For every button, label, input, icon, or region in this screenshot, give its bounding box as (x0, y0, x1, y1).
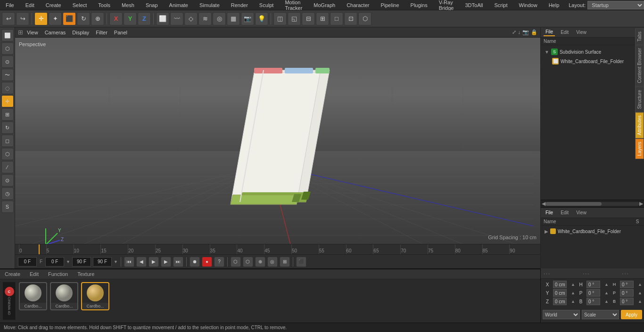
menu-plugins[interactable]: Plugins (409, 1, 429, 9)
viewport-3d[interactable]: Z Y X (15, 38, 540, 244)
scroll-right-arrow[interactable]: ▶ (639, 201, 643, 207)
y-axis-button[interactable]: Y (124, 12, 137, 25)
coord-x-input[interactable] (553, 281, 567, 288)
frame-start-input[interactable] (18, 257, 37, 267)
paint-btn[interactable]: ◷ (1, 187, 14, 200)
select-circle-btn[interactable]: ⊙ (1, 56, 14, 68)
frame-end1-input[interactable] (72, 257, 91, 267)
menu-sculpt[interactable]: Sculpt (257, 1, 276, 9)
scroll-thumb[interactable] (545, 202, 602, 206)
object-item-folder[interactable]: ⬜ White_Cardboard_File_Folder (543, 57, 642, 66)
rotate-btn[interactable]: ↻ (1, 121, 14, 134)
view6-button[interactable]: ⊡ (344, 12, 357, 25)
expand-arrow-1[interactable]: ▼ (545, 49, 549, 55)
attr-item-folder[interactable]: ▶ White_Cardboard_File_Folder (543, 227, 642, 235)
view2-button[interactable]: ◱ (288, 12, 301, 25)
vp-icon-down[interactable]: ↓ (518, 29, 521, 35)
prev-frame-button[interactable]: ◀ (136, 257, 147, 267)
bp-tab-function[interactable]: Function (46, 270, 70, 278)
world-select[interactable]: World (543, 310, 580, 319)
undo-button[interactable]: ↩ (2, 12, 15, 25)
menu-help[interactable]: Help (547, 1, 561, 9)
schematic-button[interactable]: ⬛ (296, 257, 306, 267)
coord-sy-arrow[interactable]: ▲ (635, 291, 642, 295)
bp-tab-edit[interactable]: Edit (28, 270, 41, 278)
menu-mograph[interactable]: MoGraph (312, 1, 337, 9)
vtab-tabs[interactable]: Tabs (635, 28, 644, 45)
help-button[interactable]: ? (214, 257, 224, 267)
next-frame-button[interactable]: ▶ (161, 257, 171, 267)
vp-icon-camera[interactable]: 📷 (522, 29, 529, 35)
frame-current-input[interactable] (45, 257, 64, 267)
coord-h-arrow[interactable]: ▲ (601, 282, 609, 287)
scroll-left-arrow[interactable]: ◀ (542, 201, 545, 207)
vp-menu-filter[interactable]: Filter (93, 29, 110, 36)
coord-x-arrow[interactable]: ▲ (568, 282, 575, 287)
z-axis-button[interactable]: Z (138, 12, 151, 25)
transform-tool-button[interactable]: ⊕ (91, 12, 104, 25)
menu-script[interactable]: Script (492, 1, 509, 9)
timeline-playhead[interactable] (39, 244, 40, 254)
material-ball-1[interactable]: Cardbo... (19, 282, 47, 310)
menu-select[interactable]: Select (71, 1, 89, 9)
vtab-layers[interactable]: Layers (635, 138, 644, 159)
menu-render[interactable]: Render (229, 1, 250, 9)
menu-mesh[interactable]: Mesh (120, 1, 136, 9)
material-ball-2[interactable]: Cardbo... (50, 282, 78, 310)
menu-tools[interactable]: Tools (96, 1, 112, 9)
light-button[interactable]: 💡 (255, 12, 268, 25)
menu-create[interactable]: Create (44, 1, 63, 9)
om-tab-view[interactable]: View (574, 29, 588, 36)
key5-button[interactable]: ⊞ (280, 257, 290, 267)
coord-sz-arrow[interactable]: ▲ (635, 299, 642, 304)
layout-dropdown[interactable]: Startup (587, 1, 644, 9)
bp-tab-create[interactable]: Create (3, 270, 22, 278)
object-item-subdivision[interactable]: ▼ S Subdivision Surface (543, 47, 642, 57)
bp-tab-texture[interactable]: Texture (75, 270, 96, 278)
coord-h-input[interactable] (586, 281, 600, 288)
lasso-btn[interactable]: ◌ (1, 82, 14, 94)
scale-select[interactable]: Scale (582, 310, 619, 319)
view4-button[interactable]: ⊞ (316, 12, 329, 25)
key3-button[interactable]: ⊕ (255, 257, 265, 267)
select-freeform-btn[interactable]: 〜 (1, 69, 14, 81)
go-end-button[interactable]: ⏭ (173, 257, 183, 267)
menu-simulate[interactable]: Simulate (198, 1, 222, 9)
om-tab-file[interactable]: File (544, 28, 555, 36)
coord-z-input[interactable] (553, 298, 567, 305)
material-ball-3[interactable]: Cardbo... (81, 282, 109, 310)
move-tool-button[interactable]: ✦ (49, 12, 62, 25)
scale-btn[interactable]: ⊞ (1, 108, 14, 121)
menu-vray[interactable]: V-Ray Bridge (437, 0, 456, 12)
rotate-tool-button[interactable]: ↻ (77, 12, 90, 25)
edge-btn[interactable]: ⬡ (1, 148, 14, 160)
vp-icon-lock[interactable]: 🔒 (531, 29, 537, 35)
coord-sx-arrow[interactable]: ▲ (635, 282, 642, 287)
cube-button[interactable]: ⬜ (156, 12, 169, 25)
env-button[interactable]: ◎ (213, 12, 226, 25)
vp-menu-view[interactable]: View (24, 29, 41, 36)
attr-tab-file[interactable]: File (544, 209, 555, 216)
attr-tab-edit[interactable]: Edit (559, 209, 570, 216)
record-button[interactable]: ⏺ (190, 257, 200, 267)
menu-file[interactable]: File (4, 1, 16, 9)
menu-3dtoall[interactable]: 3DToAll (463, 1, 485, 9)
coord-sy-input[interactable] (620, 289, 634, 297)
vtab-attributes[interactable]: Attributes (635, 112, 644, 138)
knife-btn[interactable]: ∕ (1, 161, 14, 173)
om-tab-edit[interactable]: Edit (559, 29, 570, 36)
timeline-ruler[interactable]: 0 5 10 15 20 25 30 35 40 45 50 55 60 65 … (15, 244, 540, 254)
select-tool-button[interactable]: ✛ (34, 12, 48, 25)
menu-motion-tracker[interactable]: Motion Tracker (283, 0, 304, 12)
apply-button[interactable]: Apply (621, 310, 642, 319)
x-axis-button[interactable]: X (109, 12, 123, 25)
menu-edit[interactable]: Edit (24, 1, 36, 9)
coord-sx-input[interactable] (620, 281, 634, 288)
key4-button[interactable]: ◎ (267, 257, 278, 267)
view7-button[interactable]: ⬡ (358, 12, 372, 25)
vp-menu-cameras[interactable]: Cameras (42, 29, 69, 36)
poly-btn[interactable]: ◻ (1, 135, 14, 147)
menu-character[interactable]: Character (345, 1, 371, 9)
coord-y-input[interactable] (553, 289, 567, 297)
camera-button[interactable]: 📷 (241, 12, 254, 25)
